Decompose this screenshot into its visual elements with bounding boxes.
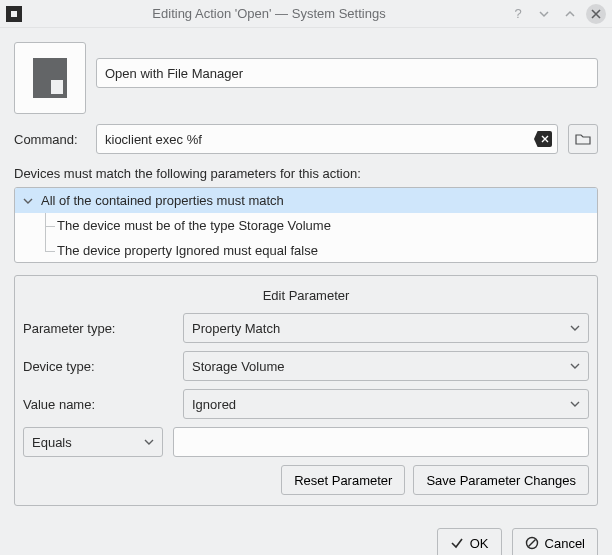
maximize-button[interactable] xyxy=(560,4,580,24)
reset-parameter-button[interactable]: Reset Parameter xyxy=(281,465,405,495)
help-button[interactable]: ? xyxy=(508,4,528,24)
check-icon xyxy=(450,536,464,550)
operand-input[interactable] xyxy=(173,427,589,457)
action-icon-button[interactable] xyxy=(14,42,86,114)
chevron-down-icon xyxy=(144,437,154,447)
window-title: Editing Action 'Open' — System Settings xyxy=(30,6,508,21)
ok-button[interactable]: OK xyxy=(437,528,502,555)
close-button[interactable] xyxy=(586,4,606,24)
ok-label: OK xyxy=(470,536,489,551)
cancel-label: Cancel xyxy=(545,536,585,551)
operator-value: Equals xyxy=(32,435,72,450)
device-type-select[interactable]: Storage Volume xyxy=(183,351,589,381)
clear-command-button[interactable] xyxy=(534,131,552,147)
parameter-type-value: Property Match xyxy=(192,321,280,336)
tree-root-label: All of the contained properties must mat… xyxy=(41,193,284,208)
tree-child-row[interactable]: The device must be of the type Storage V… xyxy=(15,213,597,238)
save-parameter-label: Save Parameter Changes xyxy=(426,473,576,488)
tree-child-label: The device property Ignored must equal f… xyxy=(57,243,318,258)
criteria-heading: Devices must match the following paramet… xyxy=(14,166,598,181)
clear-icon xyxy=(541,135,549,143)
device-type-label: Device type: xyxy=(23,359,173,374)
edit-parameter-group: Edit Parameter Parameter type: Property … xyxy=(14,275,598,506)
cancel-icon xyxy=(525,536,539,550)
command-input[interactable] xyxy=(96,124,558,154)
chevron-down-icon xyxy=(570,323,580,333)
browse-command-button[interactable] xyxy=(568,124,598,154)
command-label: Command: xyxy=(14,132,86,147)
document-icon xyxy=(33,58,67,98)
save-parameter-button[interactable]: Save Parameter Changes xyxy=(413,465,589,495)
reset-parameter-label: Reset Parameter xyxy=(294,473,392,488)
cancel-button[interactable]: Cancel xyxy=(512,528,598,555)
criteria-tree[interactable]: All of the contained properties must mat… xyxy=(14,187,598,263)
tree-child-label: The device must be of the type Storage V… xyxy=(57,218,331,233)
tree-child-row[interactable]: The device property Ignored must equal f… xyxy=(15,238,597,263)
app-icon xyxy=(6,6,22,22)
tree-root-row[interactable]: All of the contained properties must mat… xyxy=(15,188,597,213)
tree-expander[interactable] xyxy=(23,196,37,206)
value-name-value: Ignored xyxy=(192,397,236,412)
edit-parameter-title: Edit Parameter xyxy=(23,288,589,303)
action-name-input[interactable] xyxy=(96,58,598,88)
chevron-down-icon xyxy=(570,361,580,371)
chevron-down-icon xyxy=(570,399,580,409)
operator-select[interactable]: Equals xyxy=(23,427,163,457)
value-name-label: Value name: xyxy=(23,397,173,412)
value-name-select[interactable]: Ignored xyxy=(183,389,589,419)
minimize-button[interactable] xyxy=(534,4,554,24)
titlebar: Editing Action 'Open' — System Settings … xyxy=(0,0,612,28)
device-type-value: Storage Volume xyxy=(192,359,285,374)
folder-icon xyxy=(575,132,591,146)
parameter-type-select[interactable]: Property Match xyxy=(183,313,589,343)
parameter-type-label: Parameter type: xyxy=(23,321,173,336)
svg-line-1 xyxy=(528,540,535,547)
chevron-down-icon xyxy=(23,196,33,206)
